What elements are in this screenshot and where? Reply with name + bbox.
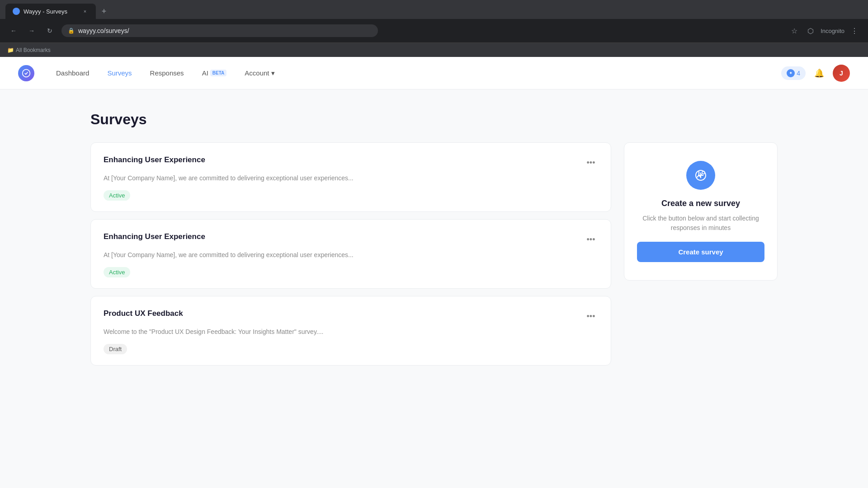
nav-dashboard[interactable]: Dashboard [49, 66, 96, 80]
credit-icon: ✦ [787, 69, 795, 77]
account-label: Account [245, 69, 269, 77]
url-bar[interactable]: 🔒 wayyy.co/surveys/ [61, 24, 378, 37]
surveys-layout: Enhancing User Experience ••• At [Your C… [90, 142, 778, 366]
folder-icon: 📁 [7, 47, 14, 53]
survey-name: Product UX Feedback [104, 309, 183, 318]
lock-icon: 🔒 [68, 28, 75, 34]
bookmark-button[interactable]: ☆ [788, 24, 801, 37]
nav-ai[interactable]: AI BETA [195, 66, 234, 80]
notification-button[interactable]: 🔔 [811, 65, 827, 81]
survey-more-button[interactable]: ••• [584, 155, 598, 170]
survey-description: At [Your Company Name], we are committed… [104, 250, 598, 260]
create-survey-icon [686, 161, 715, 190]
incognito-label: Incognito [821, 28, 844, 34]
new-tab-button[interactable]: + [98, 5, 110, 18]
browser-chrome: Wayyy - Surveys × + ← → ↻ 🔒 wayyy.co/sur… [0, 0, 868, 57]
logo[interactable] [18, 65, 34, 81]
browser-actions: ☆ ⬡ Incognito ⋮ [788, 24, 861, 37]
bookmarks-label: All Bookmarks [16, 47, 51, 53]
nav-right: ✦ 4 🔔 J [781, 65, 850, 82]
address-bar: ← → ↻ 🔒 wayyy.co/surveys/ ☆ ⬡ Incognito … [0, 19, 868, 42]
url-text: wayyy.co/surveys/ [78, 27, 129, 34]
nav-account[interactable]: Account ▾ [237, 66, 282, 81]
browser-tab[interactable]: Wayyy - Surveys × [5, 4, 96, 19]
status-badge: Draft [104, 344, 127, 354]
nav-responses[interactable]: Responses [143, 66, 191, 80]
avatar[interactable]: J [833, 65, 850, 82]
extensions-button[interactable]: ⬡ [804, 24, 817, 37]
status-badge: Active [104, 267, 130, 277]
survey-card[interactable]: Enhancing User Experience ••• At [Your C… [90, 219, 611, 289]
bookmarks-folder[interactable]: 📁 All Bookmarks [7, 47, 51, 53]
survey-card-header: Enhancing User Experience ••• [104, 155, 598, 170]
create-panel-desc: Click the button below and start collect… [637, 214, 764, 233]
page-content: Surveys Enhancing User Experience ••• At… [0, 89, 868, 488]
status-badge: Active [104, 190, 130, 201]
page-title: Surveys [90, 111, 778, 128]
nav-links: Dashboard Surveys Responses AI BETA Acco… [49, 66, 781, 81]
surveys-list: Enhancing User Experience ••• At [Your C… [90, 142, 611, 366]
tab-close-button[interactable]: × [81, 8, 89, 15]
survey-more-button[interactable]: ••• [584, 309, 598, 324]
survey-name: Enhancing User Experience [104, 232, 205, 241]
create-panel-title: Create a new survey [661, 199, 740, 208]
survey-description: At [Your Company Name], we are committed… [104, 174, 598, 183]
forward-button[interactable]: → [25, 24, 38, 37]
account-chevron: ▾ [271, 69, 275, 77]
ai-label: AI [202, 69, 208, 77]
nav-surveys[interactable]: Surveys [100, 66, 139, 80]
app-container: Dashboard Surveys Responses AI BETA Acco… [0, 57, 868, 488]
survey-name: Enhancing User Experience [104, 155, 205, 164]
tab-favicon [13, 8, 20, 15]
bookmarks-bar: 📁 All Bookmarks [0, 42, 868, 57]
credits-count: 4 [797, 70, 800, 77]
create-new-survey-panel: Create a new survey Click the button bel… [624, 142, 778, 281]
menu-button[interactable]: ⋮ [848, 24, 861, 37]
refresh-button[interactable]: ↻ [43, 24, 56, 37]
survey-card[interactable]: Product UX Feedback ••• Welcome to the "… [90, 296, 611, 366]
beta-badge: BETA [210, 70, 226, 76]
back-button[interactable]: ← [7, 24, 20, 37]
survey-more-button[interactable]: ••• [584, 232, 598, 247]
tab-title: Wayyy - Surveys [24, 8, 78, 15]
survey-card-header: Product UX Feedback ••• [104, 309, 598, 324]
survey-card[interactable]: Enhancing User Experience ••• At [Your C… [90, 142, 611, 212]
survey-card-header: Enhancing User Experience ••• [104, 232, 598, 247]
credits-badge[interactable]: ✦ 4 [781, 66, 806, 80]
create-survey-button[interactable]: Create survey [637, 242, 764, 262]
navbar: Dashboard Surveys Responses AI BETA Acco… [0, 57, 868, 89]
svg-point-0 [23, 69, 30, 77]
tab-bar: Wayyy - Surveys × + [0, 0, 868, 19]
survey-description: Welcome to the "Product UX Design Feedba… [104, 327, 598, 337]
